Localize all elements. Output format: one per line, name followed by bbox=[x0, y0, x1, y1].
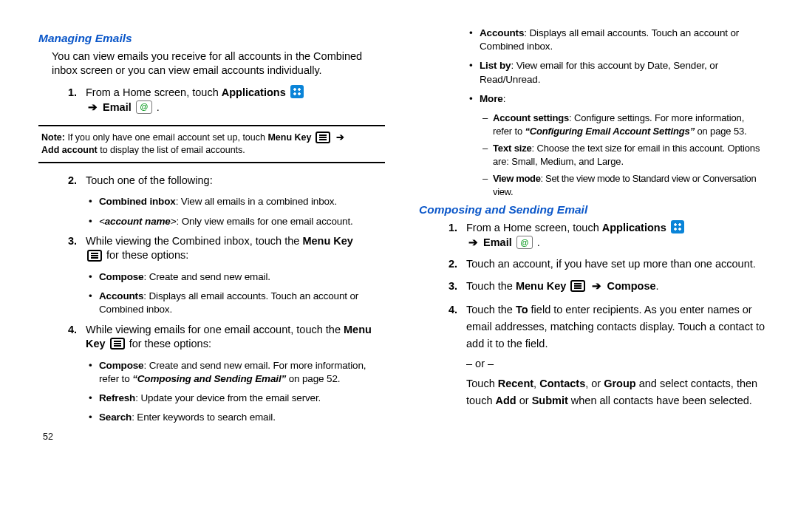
bullet-label: Compose bbox=[99, 271, 143, 282]
bullet-refresh: Refresh: Update your device from the ema… bbox=[38, 392, 385, 405]
step-4-text-a: While viewing emails for one email accou… bbox=[86, 324, 344, 335]
bullet-label: Accounts bbox=[480, 27, 524, 38]
arrow-icon: ➔ bbox=[336, 132, 344, 144]
bullet-tail: on page 52. bbox=[286, 373, 340, 384]
c4-a: Touch the bbox=[466, 304, 516, 316]
c4-c: Touch bbox=[466, 378, 498, 389]
add-label: Add bbox=[496, 395, 516, 406]
note-add-account: Add account bbox=[41, 145, 98, 155]
bullet-accounts: Accounts: Displays all email accounts. T… bbox=[38, 290, 385, 316]
dash-account-settings: Account settings: Configure settings. Fo… bbox=[419, 112, 765, 137]
bullet-compose-2: Compose: Create and send new email. For … bbox=[38, 359, 385, 386]
bullet-label: Compose bbox=[99, 360, 143, 371]
cstep-1: 1. From a Home screen, touch Application… bbox=[419, 221, 765, 250]
menu-key-icon bbox=[570, 280, 585, 292]
bullet-text: : Only view emails for one email account… bbox=[176, 216, 352, 227]
crossref: “Composing and Sending Email” bbox=[132, 373, 286, 384]
bullet-search: Search: Enter keywords to search email. bbox=[38, 411, 385, 424]
group-label: Group bbox=[604, 378, 636, 389]
dash-label: Text size bbox=[493, 143, 532, 154]
submit-label: Submit bbox=[532, 395, 568, 406]
bullet-combined-inbox: Combined inbox: View all emails in a com… bbox=[38, 195, 385, 208]
arrow-icon: ➔ bbox=[592, 279, 601, 294]
step-1-text-a: From a Home screen, touch bbox=[86, 86, 222, 98]
crossref: “Configuring Email Account Settings” bbox=[525, 126, 695, 137]
step-3: 3. While viewing the Combined inbox, tou… bbox=[38, 234, 385, 263]
heading-composing: Composing and Sending Email bbox=[419, 202, 765, 218]
arrow-icon: ➔ bbox=[468, 236, 478, 250]
dash-label: View mode bbox=[493, 173, 541, 184]
step-2: 2. Touch one of the following: bbox=[38, 174, 385, 188]
note-text-3: to display the list of email accounts. bbox=[98, 145, 245, 155]
page-body: Managing Emails You can view emails you … bbox=[38, 27, 765, 443]
bullet-listby: List by: View email for this account by … bbox=[419, 59, 765, 86]
bullet-label: Refresh bbox=[99, 392, 135, 403]
c4-e: , or bbox=[585, 378, 604, 389]
compose-label: Compose bbox=[607, 280, 656, 292]
cstep-4: 4. Touch the To field to enter recipient… bbox=[419, 301, 765, 410]
left-column: Managing Emails You can view emails you … bbox=[38, 27, 385, 443]
cstep-1-text-a: From a Home screen, touch bbox=[466, 222, 602, 233]
cstep-3-number: 3. bbox=[449, 279, 457, 294]
apps-label: Applications bbox=[602, 222, 666, 233]
bullet-account-name: <account name>: Only view emails for one… bbox=[38, 215, 385, 228]
menu-key-icon bbox=[110, 338, 125, 349]
menu-key-icon bbox=[316, 132, 330, 143]
dash-tail: on page 53. bbox=[695, 126, 747, 137]
bullet-label: More bbox=[480, 93, 503, 104]
menu-key-icon bbox=[87, 250, 102, 262]
step-4: 4. While viewing emails for one email ac… bbox=[38, 323, 385, 352]
dash-view-mode: View mode: Set the view mode to Standard… bbox=[419, 172, 765, 198]
menu-key-label: Menu Key bbox=[516, 280, 567, 292]
bullet-text: : bbox=[503, 93, 506, 104]
step-3-number: 3. bbox=[68, 234, 77, 249]
cstep-4-number: 4. bbox=[449, 301, 457, 318]
note-menu-key: Menu Key bbox=[267, 132, 311, 143]
bullet-label: Accounts bbox=[99, 290, 143, 301]
bullet-label: Search bbox=[99, 412, 132, 423]
bullet-label: account name bbox=[105, 216, 171, 227]
dash-text-size: Text size: Choose the text size for emai… bbox=[419, 142, 765, 168]
heading-managing-emails: Managing Emails bbox=[38, 31, 385, 47]
bullet-more: More: bbox=[419, 92, 765, 106]
c4-h: when all contacts have been selected. bbox=[568, 395, 752, 406]
recent-label: Recent bbox=[498, 378, 533, 389]
bullet-text: : View all emails in a combined inbox. bbox=[176, 196, 337, 207]
lt: < bbox=[99, 216, 105, 227]
email-icon: @ bbox=[136, 100, 152, 114]
step-3-text-b: for these options: bbox=[106, 249, 188, 261]
dash-text: : Choose the text size for email in this… bbox=[493, 143, 760, 167]
step-1-email-label: Email bbox=[103, 101, 132, 113]
email-icon: @ bbox=[516, 236, 533, 249]
note-label: Note: bbox=[41, 132, 65, 143]
bullet-accounts-r: Accounts: Displays all email accounts. T… bbox=[419, 27, 765, 53]
bullet-compose: Compose: Create and send new email. bbox=[38, 270, 385, 284]
step-2-number: 2. bbox=[68, 174, 77, 188]
applications-icon bbox=[671, 220, 684, 233]
bullet-label: Combined inbox bbox=[99, 196, 176, 207]
note-block: Note: If you only have one email account… bbox=[38, 125, 385, 163]
c4-g: or bbox=[516, 395, 532, 406]
page-number: 52 bbox=[43, 431, 385, 443]
right-column: Accounts: Displays all email accounts. T… bbox=[419, 27, 765, 443]
dash-label: Account settings bbox=[493, 112, 569, 123]
bullet-text: : Update your device from the email serv… bbox=[135, 392, 321, 403]
cstep-3-text-a: Touch the bbox=[466, 280, 516, 292]
email-label: Email bbox=[483, 236, 512, 248]
step-1-apps-label: Applications bbox=[222, 86, 286, 98]
cstep-1-number: 1. bbox=[449, 221, 457, 236]
step-4-number: 4. bbox=[68, 323, 77, 338]
cstep-3: 3. Touch the Menu Key ➔ Compose. bbox=[419, 279, 765, 294]
bullet-text: : Create and send new email. bbox=[143, 271, 270, 282]
or-separator: – or – bbox=[466, 355, 765, 372]
bullet-text: : Enter keywords to search email. bbox=[132, 412, 276, 423]
c4-d: , bbox=[533, 378, 539, 389]
to-label: To bbox=[516, 304, 528, 316]
arrow-icon: ➔ bbox=[88, 100, 98, 115]
cstep-2-number: 2. bbox=[449, 257, 457, 272]
bullet-text: : View email for this account by Date, S… bbox=[480, 60, 718, 84]
intro-text: You can view emails you receive for all … bbox=[52, 50, 385, 78]
bullet-label: List by bbox=[480, 60, 511, 71]
cstep-2-text: Touch an account, if you have set up mor… bbox=[466, 258, 756, 270]
contacts-label: Contacts bbox=[539, 378, 585, 389]
